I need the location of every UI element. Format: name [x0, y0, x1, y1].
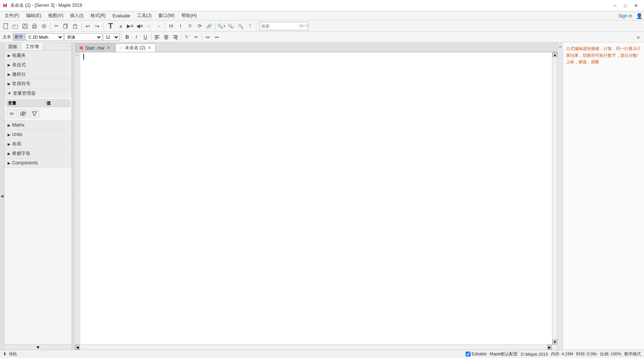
zoom-out-button[interactable]: 🔍- — [226, 22, 235, 31]
math-mode-button[interactable]: ≥ — [116, 22, 125, 31]
undo-button[interactable]: ↩ — [83, 22, 92, 31]
panel-collapse-button[interactable]: ◀ — [0, 42, 5, 350]
size-select[interactable]: 891011 12141618 — [103, 33, 120, 41]
section-var-manager-header[interactable]: ▼ 变量管理器 — [5, 89, 72, 98]
indent-button[interactable]: ▶≡ — [126, 22, 135, 31]
menu-insert[interactable]: 插入(I) — [67, 12, 86, 20]
doc-tab-unnamed[interactable]: 📄 未命名 (2) ✕ — [115, 44, 156, 52]
sep2 — [81, 22, 82, 30]
panel-tab-panel[interactable]: 面板 — [5, 42, 22, 50]
zoom-fit-button[interactable]: 🔍 — [236, 22, 245, 31]
sign-in-link[interactable]: Sign in — [615, 13, 635, 19]
show-all-button[interactable]: ∞ — [7, 109, 17, 118]
open-button[interactable] — [11, 22, 20, 31]
italic-button[interactable]: I — [132, 33, 140, 41]
save-button[interactable] — [20, 22, 30, 31]
vertical-scrollbar[interactable]: ▲ ▼ — [552, 52, 557, 344]
editable-checkbox[interactable]: Editable — [466, 352, 487, 357]
menu-help[interactable]: 帮助(H) — [178, 12, 200, 20]
section-calculus-header[interactable]: ▶ 微积分 — [5, 70, 72, 79]
svg-rect-7 — [33, 27, 36, 28]
doc-left-margin: ▶ — [75, 52, 80, 344]
fmt-sep4 — [202, 34, 202, 41]
print-button[interactable] — [30, 22, 39, 31]
document-content[interactable] — [80, 52, 552, 344]
right-panel-toggle[interactable]: » — [557, 42, 563, 350]
execute-button[interactable]: ! — [176, 22, 185, 31]
prev-button[interactable]: ← — [145, 22, 154, 31]
font-select[interactable]: 宋体 Arial Times New Roman — [64, 33, 102, 41]
expand-toolbar-button[interactable]: » — [634, 33, 642, 41]
cut-button[interactable]: ✂ — [52, 22, 61, 31]
menu-tools[interactable]: 工具(J) — [134, 12, 154, 20]
exec-line-button[interactable]: ① — [186, 22, 195, 31]
section-greek-header[interactable]: ▶ 希腊字母 — [5, 149, 72, 158]
panel-tab-workbook[interactable]: 工作簿 — [22, 42, 43, 50]
minimize-button[interactable]: ─ — [610, 2, 620, 9]
search-input[interactable] — [261, 24, 299, 28]
text-mode-button[interactable]: T — [105, 22, 116, 31]
next-button[interactable]: → — [154, 22, 163, 31]
section-units-header[interactable]: ▶ Units — [5, 130, 72, 139]
svg-marker-29 — [32, 112, 37, 116]
window-title: 未命名 (2) - [Server 3] - Maple 2019 — [10, 2, 82, 9]
redo-button[interactable]: ↪ — [93, 22, 102, 31]
section-matrix-header[interactable]: ▶ Matrix — [5, 120, 72, 130]
close-button[interactable]: ✕ — [631, 2, 641, 9]
numbered-list-button[interactable]: ≔ — [213, 33, 221, 41]
panel-resizer[interactable]: ⋮ — [72, 42, 75, 350]
unnamed-tab-close[interactable]: ✕ — [147, 45, 152, 50]
paste-button[interactable] — [71, 22, 80, 31]
superscript-button[interactable]: T↑ — [183, 33, 191, 41]
panel-scroll-down[interactable]: ▼ — [5, 344, 72, 350]
outdent-button[interactable]: ◀≡ — [135, 22, 144, 31]
menu-view[interactable]: 视图(V) — [45, 12, 66, 20]
scroll-up-button[interactable]: ▲ — [552, 52, 557, 57]
horizontal-scrollbar[interactable]: ◀ ▶ — [75, 344, 557, 350]
var-manager-label: 变量管理器 — [13, 90, 36, 97]
copy-button[interactable] — [61, 22, 70, 31]
search-bar[interactable]: Alt+S — [259, 22, 309, 30]
start-tab-close[interactable]: ✕ — [106, 45, 111, 51]
section-favorites-header[interactable]: ▶ 收藏夹 — [5, 51, 72, 60]
filter-button[interactable] — [30, 109, 39, 118]
zoom-in-button[interactable]: 🔍+ — [217, 22, 226, 31]
style-edit-button[interactable]: ✏ — [192, 33, 200, 41]
doc-tab-start[interactable]: 🍁 Start .mw ✕ — [76, 44, 115, 52]
align-right-button[interactable] — [171, 33, 179, 41]
bullet-list-button[interactable]: ≔ — [204, 33, 212, 41]
menu-evaluate[interactable]: Evaluate — [109, 13, 133, 19]
scroll-down-button[interactable]: ▼ — [552, 339, 557, 344]
fmt-sep3 — [181, 34, 181, 41]
right-panel-hint: 公式编辑器快捷键，计算，同一行显示计算结果，切换到可执行数字，退出分数/上标，赋… — [566, 46, 641, 64]
menu-file[interactable]: 文件(F) — [2, 12, 22, 20]
link-button[interactable]: 🔗 — [204, 22, 214, 31]
menu-edit[interactable]: 编辑(E) — [23, 12, 44, 20]
win-controls: ─ □ ✕ — [610, 2, 641, 9]
path-label: D:\Maple 2019 — [521, 352, 548, 356]
bold-button[interactable]: B — [123, 33, 131, 41]
help-button[interactable]: ? — [245, 22, 254, 31]
hide-vars-button[interactable] — [18, 109, 28, 118]
scroll-left-button[interactable]: ◀ — [75, 345, 80, 350]
section-components-header[interactable]: ▶ Components — [5, 158, 72, 167]
underline-button[interactable]: U — [141, 33, 150, 41]
section-expressions-header[interactable]: ▶ 表达式 — [5, 60, 72, 69]
units-label: Units — [12, 132, 22, 137]
section-common-symbols-header[interactable]: ▶ 常用符号 — [5, 79, 72, 88]
restart-button[interactable]: ⟳ — [195, 22, 204, 31]
new-button[interactable] — [2, 22, 11, 31]
align-left-button[interactable] — [153, 33, 161, 41]
user-icon[interactable]: 👤 — [636, 13, 642, 19]
menu-format[interactable]: 格式(R) — [87, 12, 109, 20]
execute-all-button[interactable]: !!! — [167, 22, 176, 31]
section-layout-header[interactable]: ▶ 布局 — [5, 139, 72, 149]
align-center-button[interactable] — [162, 33, 170, 41]
menu-window[interactable]: 窗口(W) — [155, 12, 178, 20]
editable-check[interactable] — [466, 352, 471, 356]
mode-select[interactable]: C 2D Math 1D Math Text — [26, 33, 64, 41]
maximize-button[interactable]: □ — [621, 2, 630, 9]
scroll-right-button[interactable]: ▶ — [547, 345, 552, 350]
main-layout: ◀ 面板 工作簿 ▶ 收藏夹 ▶ 表达式 — [0, 42, 644, 350]
preview-button[interactable] — [39, 22, 48, 31]
